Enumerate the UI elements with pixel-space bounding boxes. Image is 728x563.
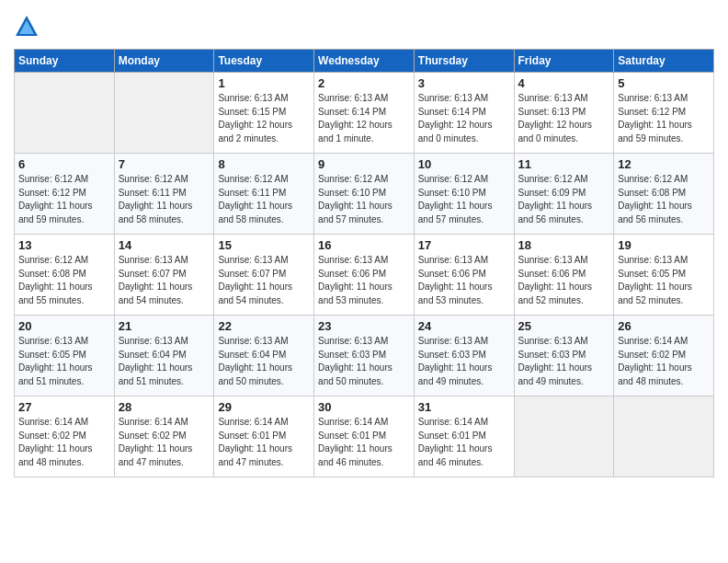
calendar-day-cell: 18Sunrise: 6:13 AM Sunset: 6:06 PM Dayli… bbox=[514, 235, 614, 316]
header bbox=[14, 14, 714, 40]
day-number: 13 bbox=[18, 238, 110, 252]
calendar-day-cell bbox=[514, 396, 614, 477]
day-number: 9 bbox=[318, 157, 410, 171]
calendar-day-cell: 29Sunrise: 6:14 AM Sunset: 6:01 PM Dayli… bbox=[214, 396, 314, 477]
calendar-day-cell: 25Sunrise: 6:13 AM Sunset: 6:03 PM Dayli… bbox=[514, 316, 614, 396]
calendar-day-cell: 10Sunrise: 6:12 AM Sunset: 6:10 PM Dayli… bbox=[414, 154, 514, 235]
day-number: 22 bbox=[218, 319, 310, 333]
calendar-day-cell: 19Sunrise: 6:13 AM Sunset: 6:05 PM Dayli… bbox=[614, 235, 714, 316]
day-info: Sunrise: 6:13 AM Sunset: 6:15 PM Dayligh… bbox=[218, 92, 310, 145]
day-info: Sunrise: 6:12 AM Sunset: 6:12 PM Dayligh… bbox=[18, 173, 110, 226]
calendar-header-row: SundayMondayTuesdayWednesdayThursdayFrid… bbox=[15, 50, 714, 73]
day-number: 27 bbox=[18, 400, 110, 414]
day-info: Sunrise: 6:13 AM Sunset: 6:05 PM Dayligh… bbox=[618, 254, 710, 307]
day-info: Sunrise: 6:13 AM Sunset: 6:06 PM Dayligh… bbox=[518, 254, 610, 307]
day-info: Sunrise: 6:12 AM Sunset: 6:08 PM Dayligh… bbox=[618, 173, 710, 226]
day-info: Sunrise: 6:14 AM Sunset: 6:02 PM Dayligh… bbox=[119, 416, 210, 469]
calendar-day-cell: 30Sunrise: 6:14 AM Sunset: 6:01 PM Dayli… bbox=[314, 396, 415, 477]
day-info: Sunrise: 6:12 AM Sunset: 6:11 PM Dayligh… bbox=[119, 173, 210, 226]
day-number: 31 bbox=[418, 400, 510, 414]
logo bbox=[14, 14, 43, 40]
day-info: Sunrise: 6:14 AM Sunset: 6:01 PM Dayligh… bbox=[318, 416, 410, 469]
calendar: SundayMondayTuesdayWednesdayThursdayFrid… bbox=[14, 49, 714, 477]
calendar-week-row: 6Sunrise: 6:12 AM Sunset: 6:12 PM Daylig… bbox=[15, 154, 714, 235]
day-info: Sunrise: 6:13 AM Sunset: 6:04 PM Dayligh… bbox=[119, 335, 210, 388]
day-number: 19 bbox=[618, 238, 710, 252]
day-info: Sunrise: 6:14 AM Sunset: 6:01 PM Dayligh… bbox=[218, 416, 310, 469]
calendar-day-cell: 27Sunrise: 6:14 AM Sunset: 6:02 PM Dayli… bbox=[15, 396, 115, 477]
day-info: Sunrise: 6:13 AM Sunset: 6:14 PM Dayligh… bbox=[418, 92, 510, 145]
calendar-day-cell: 3Sunrise: 6:13 AM Sunset: 6:14 PM Daylig… bbox=[414, 73, 514, 154]
day-number: 18 bbox=[518, 238, 610, 252]
day-info: Sunrise: 6:13 AM Sunset: 6:03 PM Dayligh… bbox=[318, 335, 410, 388]
day-info: Sunrise: 6:13 AM Sunset: 6:03 PM Dayligh… bbox=[518, 335, 610, 388]
day-of-week-header: Saturday bbox=[614, 50, 714, 73]
day-number: 30 bbox=[318, 400, 410, 414]
calendar-day-cell: 22Sunrise: 6:13 AM Sunset: 6:04 PM Dayli… bbox=[214, 316, 314, 396]
day-of-week-header: Thursday bbox=[414, 50, 514, 73]
calendar-day-cell bbox=[114, 73, 214, 154]
calendar-day-cell: 28Sunrise: 6:14 AM Sunset: 6:02 PM Dayli… bbox=[114, 396, 214, 477]
day-number: 16 bbox=[318, 238, 410, 252]
day-of-week-header: Sunday bbox=[15, 50, 115, 73]
day-number: 6 bbox=[18, 157, 110, 171]
calendar-day-cell: 17Sunrise: 6:13 AM Sunset: 6:06 PM Dayli… bbox=[414, 235, 514, 316]
day-number: 15 bbox=[218, 238, 310, 252]
calendar-day-cell: 16Sunrise: 6:13 AM Sunset: 6:06 PM Dayli… bbox=[314, 235, 415, 316]
day-info: Sunrise: 6:13 AM Sunset: 6:13 PM Dayligh… bbox=[518, 92, 610, 145]
calendar-day-cell: 9Sunrise: 6:12 AM Sunset: 6:10 PM Daylig… bbox=[314, 154, 415, 235]
day-number: 12 bbox=[618, 157, 710, 171]
day-of-week-header: Wednesday bbox=[314, 50, 415, 73]
day-info: Sunrise: 6:13 AM Sunset: 6:06 PM Dayligh… bbox=[318, 254, 410, 307]
day-number: 3 bbox=[418, 76, 510, 90]
page-container: SundayMondayTuesdayWednesdayThursdayFrid… bbox=[0, 0, 728, 487]
calendar-day-cell: 21Sunrise: 6:13 AM Sunset: 6:04 PM Dayli… bbox=[114, 316, 214, 396]
day-number: 26 bbox=[618, 319, 710, 333]
calendar-day-cell: 26Sunrise: 6:14 AM Sunset: 6:02 PM Dayli… bbox=[614, 316, 714, 396]
day-info: Sunrise: 6:13 AM Sunset: 6:07 PM Dayligh… bbox=[119, 254, 210, 307]
day-info: Sunrise: 6:13 AM Sunset: 6:12 PM Dayligh… bbox=[618, 92, 710, 145]
calendar-week-row: 1Sunrise: 6:13 AM Sunset: 6:15 PM Daylig… bbox=[15, 73, 714, 154]
day-info: Sunrise: 6:13 AM Sunset: 6:05 PM Dayligh… bbox=[18, 335, 110, 388]
day-info: Sunrise: 6:14 AM Sunset: 6:02 PM Dayligh… bbox=[618, 335, 710, 388]
calendar-day-cell: 2Sunrise: 6:13 AM Sunset: 6:14 PM Daylig… bbox=[314, 73, 415, 154]
calendar-day-cell: 23Sunrise: 6:13 AM Sunset: 6:03 PM Dayli… bbox=[314, 316, 415, 396]
day-number: 29 bbox=[218, 400, 310, 414]
day-number: 20 bbox=[18, 319, 110, 333]
day-info: Sunrise: 6:13 AM Sunset: 6:07 PM Dayligh… bbox=[218, 254, 310, 307]
day-number: 11 bbox=[518, 157, 610, 171]
calendar-day-cell: 7Sunrise: 6:12 AM Sunset: 6:11 PM Daylig… bbox=[114, 154, 214, 235]
day-info: Sunrise: 6:12 AM Sunset: 6:09 PM Dayligh… bbox=[518, 173, 610, 226]
calendar-day-cell: 5Sunrise: 6:13 AM Sunset: 6:12 PM Daylig… bbox=[614, 73, 714, 154]
day-number: 4 bbox=[518, 76, 610, 90]
day-info: Sunrise: 6:13 AM Sunset: 6:04 PM Dayligh… bbox=[218, 335, 310, 388]
calendar-day-cell: 4Sunrise: 6:13 AM Sunset: 6:13 PM Daylig… bbox=[514, 73, 614, 154]
day-info: Sunrise: 6:12 AM Sunset: 6:08 PM Dayligh… bbox=[18, 254, 110, 307]
calendar-day-cell: 8Sunrise: 6:12 AM Sunset: 6:11 PM Daylig… bbox=[214, 154, 314, 235]
calendar-week-row: 20Sunrise: 6:13 AM Sunset: 6:05 PM Dayli… bbox=[15, 316, 714, 396]
calendar-day-cell: 12Sunrise: 6:12 AM Sunset: 6:08 PM Dayli… bbox=[614, 154, 714, 235]
day-number: 1 bbox=[218, 76, 310, 90]
calendar-day-cell: 24Sunrise: 6:13 AM Sunset: 6:03 PM Dayli… bbox=[414, 316, 514, 396]
calendar-day-cell: 14Sunrise: 6:13 AM Sunset: 6:07 PM Dayli… bbox=[114, 235, 214, 316]
calendar-day-cell bbox=[614, 396, 714, 477]
calendar-day-cell: 31Sunrise: 6:14 AM Sunset: 6:01 PM Dayli… bbox=[414, 396, 514, 477]
calendar-day-cell: 20Sunrise: 6:13 AM Sunset: 6:05 PM Dayli… bbox=[15, 316, 115, 396]
day-number: 2 bbox=[318, 76, 410, 90]
day-info: Sunrise: 6:12 AM Sunset: 6:10 PM Dayligh… bbox=[418, 173, 510, 226]
calendar-week-row: 27Sunrise: 6:14 AM Sunset: 6:02 PM Dayli… bbox=[15, 396, 714, 477]
day-of-week-header: Tuesday bbox=[214, 50, 314, 73]
logo-icon bbox=[14, 14, 40, 40]
day-number: 21 bbox=[119, 319, 210, 333]
calendar-day-cell: 6Sunrise: 6:12 AM Sunset: 6:12 PM Daylig… bbox=[15, 154, 115, 235]
day-of-week-header: Monday bbox=[114, 50, 214, 73]
day-number: 8 bbox=[218, 157, 310, 171]
day-info: Sunrise: 6:13 AM Sunset: 6:06 PM Dayligh… bbox=[418, 254, 510, 307]
day-number: 23 bbox=[318, 319, 410, 333]
calendar-day-cell: 11Sunrise: 6:12 AM Sunset: 6:09 PM Dayli… bbox=[514, 154, 614, 235]
day-info: Sunrise: 6:12 AM Sunset: 6:11 PM Dayligh… bbox=[218, 173, 310, 226]
day-info: Sunrise: 6:14 AM Sunset: 6:01 PM Dayligh… bbox=[418, 416, 510, 469]
calendar-day-cell: 1Sunrise: 6:13 AM Sunset: 6:15 PM Daylig… bbox=[214, 73, 314, 154]
calendar-day-cell: 13Sunrise: 6:12 AM Sunset: 6:08 PM Dayli… bbox=[15, 235, 115, 316]
day-number: 17 bbox=[418, 238, 510, 252]
